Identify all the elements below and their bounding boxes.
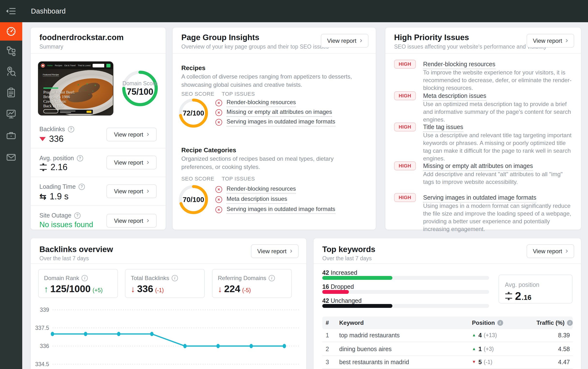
seo-score-gauge: 70/100 [178,184,209,215]
help-icon[interactable]: ? [79,184,85,190]
clipboard-icon [6,87,17,98]
info-icon[interactable]: i [269,275,275,281]
help-icon[interactable]: ? [74,212,81,219]
divider [31,148,166,148]
divider [31,263,306,264]
stat-label: Total Backlinks [131,275,169,282]
thumb-search-box [93,64,104,67]
blo-title: Backlinks overview [39,245,113,254]
hpi-issue-title[interactable]: Missing or empty alt attributes on image… [423,162,533,171]
issue-link[interactable]: Serving images in outdated image formats [227,118,335,126]
row-keyword[interactable]: dining buenos aires [339,344,392,354]
priority-badge: HIGH [394,91,416,100]
stat-value: 125/1000 [50,283,91,294]
avg-position-view-report-button[interactable]: View report› [106,156,157,169]
issue-link[interactable]: Missing or empty alt attributes on image… [227,109,332,117]
issue-link[interactable]: Meta description issues [227,195,287,204]
issue-link[interactable]: Serving images in outdated image formats [227,206,335,214]
sidebar-item-reports[interactable] [0,103,22,124]
site-outage-label: Site Outage ? [39,212,81,219]
site-outage-view-report-button[interactable]: View report› [106,214,157,228]
pgi-subtitle: Overview of your key page groups and the… [181,43,329,50]
hpi-title: High Priority Issues [394,33,469,42]
help-icon[interactable]: ? [68,126,74,133]
chevron-right-icon: › [147,187,149,194]
divider [31,205,166,206]
pgi-view-report-button[interactable]: View report› [321,34,368,48]
avg-position-int: 2 [515,289,521,303]
row-keyword[interactable]: best restaurants in madrid [339,357,409,367]
summary-subtitle: Summary [39,43,63,50]
sidebar-item-toolbox[interactable] [0,124,22,147]
hpi-issue-title[interactable]: Serving images in outdated image formats [423,194,536,203]
hpi-view-report-button[interactable]: View report› [527,34,574,48]
issue-row: × Serving images in outdated image forma… [215,205,335,214]
chevron-right-icon: › [147,130,149,137]
referring-domains-stat: Referring Domains i ↓ 224 (-5) [212,269,292,298]
group-description: Organized sections of recipes based on m… [181,155,361,171]
col-traffic: Traffic (%) i [522,317,573,329]
hpi-issue-description: Add descriptive and relevant "alt" attri… [423,170,575,186]
info-icon[interactable]: i [497,320,503,326]
thumb-cookie-banner [59,110,93,114]
row-divider [322,342,573,342]
dashboard-gauge-icon [5,26,17,37]
chevron-right-icon: › [566,247,568,254]
chevron-right-icon: › [147,158,149,165]
website-thumbnail: Home Recipes Eat & Travel Tried & Loved … [38,62,113,115]
blo-view-report-button[interactable]: View report› [251,244,299,258]
sidebar-item-dashboard[interactable] [0,22,22,41]
thumb-category-tag [43,87,58,89]
seo-score-label: SEO SCORE [181,91,214,97]
avg-position-value: 2.16 [39,162,67,172]
row-divider [322,356,573,356]
sidebar-item-site-structure[interactable] [0,41,22,61]
divider [314,263,581,264]
sidebar-item-inbox[interactable] [0,147,22,167]
info-icon[interactable]: i [82,275,88,281]
top-bar: Dashboard [0,0,588,22]
issue-link[interactable]: Render-blocking resources [227,185,296,194]
domain-score-label: Domain Score [122,80,158,87]
hpi-issue-title[interactable]: Title tag issues [423,123,463,132]
thumbnail-nav: Home Recipes Eat & Travel Tried & Loved [38,62,113,69]
thumb-nav-recipes: Recipes [55,64,62,67]
top-issues-label: TOP ISSUES [222,91,255,97]
issue-row: × Serving images in outdated image forma… [215,118,335,127]
herbs-illustration [78,84,79,86]
info-icon[interactable]: i [172,275,178,281]
tk-view-report-button[interactable]: View report› [527,244,574,258]
issue-cross-icon: × [215,100,222,106]
help-icon[interactable]: ? [77,155,83,161]
backlinks-value: 336 [39,134,63,144]
backlinks-view-report-button[interactable]: View report› [106,128,157,141]
seo-score-gauge: 72/100 [178,98,209,129]
row-index: 1 [326,330,329,340]
avg-position-dec: .16 [522,294,531,302]
blo-subtitle: Over the last 7 days [39,255,89,262]
avg-position-label: Avg. position ? [39,155,83,162]
briefcase-icon [6,130,17,141]
sidebar-item-position-tracking[interactable] [0,61,22,82]
row-keyword[interactable]: top madrid restaurants [339,330,400,340]
chevron-right-icon: › [360,37,362,44]
sidebar [0,22,22,369]
info-icon[interactable]: i [567,320,573,326]
thumbnail-hero: Featured Recipe Prague Roast Beef: Bring… [38,69,113,115]
svg-text:336: 336 [40,343,49,349]
hpi-issue-title[interactable]: Meta description issues [423,92,486,101]
hpi-issue-title[interactable]: Render-blocking resources [423,61,495,69]
svg-text:337.5: 337.5 [35,325,49,331]
stat-label: Referring Domains [218,275,266,282]
loading-time-view-report-button[interactable]: View report› [106,184,157,198]
sidebar-item-site-audit[interactable] [0,82,22,103]
group-name: Recipes [181,64,206,72]
collapse-sidebar-button[interactable] [4,5,18,17]
row-traffic: 8.39 [522,330,570,340]
stat-delta: (+5) [93,287,103,294]
divider [31,177,166,177]
issue-link[interactable]: Render-blocking resources [227,99,296,107]
dropped-bar [322,290,489,294]
issue-cross-icon: × [215,186,222,193]
seo-score-label: SEO SCORE [181,176,214,182]
